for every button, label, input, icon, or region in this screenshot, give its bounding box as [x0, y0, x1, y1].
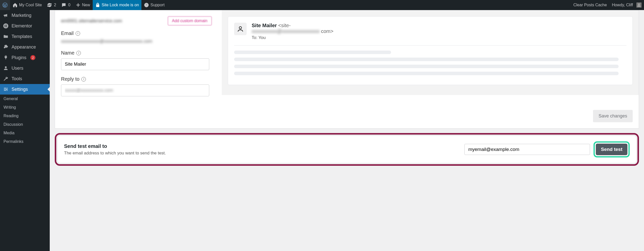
sidebar-sub-discussion[interactable]: Discussion	[0, 120, 50, 129]
sidebar-item-label: Marketing	[12, 13, 31, 18]
sending-domain: em0001.sitemailerservice.com	[61, 18, 122, 24]
megaphone-icon	[3, 13, 9, 18]
updates-link[interactable]: 2	[44, 0, 59, 10]
admin-sidebar: Marketing Elementor Templates Appearance…	[0, 10, 50, 251]
brush-icon	[3, 44, 9, 50]
sidebar-sub-permalinks[interactable]: Permalinks	[0, 137, 50, 146]
sliders-icon	[3, 87, 9, 92]
info-icon[interactable]: i	[81, 77, 86, 81]
user-icon	[3, 65, 9, 71]
account-menu[interactable]: Howdy, Cliff	[609, 0, 644, 10]
svg-rect-6	[6, 26, 7, 26]
skeleton-line	[234, 58, 619, 61]
skeleton-line	[234, 51, 391, 54]
svg-rect-4	[5, 25, 5, 27]
add-custom-domain-button[interactable]: Add custom domain	[168, 16, 212, 25]
wordpress-icon	[3, 3, 8, 8]
site-name: My Cool Site	[19, 3, 42, 7]
new-label: New	[82, 3, 90, 7]
comment-icon	[61, 3, 66, 8]
email-field-label: Email i	[61, 30, 212, 36]
support-link[interactable]: ? Support	[141, 0, 167, 10]
send-test-panel: Send test email to The email address to …	[57, 136, 636, 163]
preview-sender-avatar-icon	[234, 23, 247, 35]
lock-label: Site Lock mode is on	[102, 3, 139, 7]
info-icon[interactable]: i	[76, 31, 80, 36]
email-field-value: xxxxxxxxxxxxxxxxx@xxxxxxxxxxxxxxxxx.com	[61, 39, 212, 44]
comments-link[interactable]: 0	[59, 0, 73, 10]
reply-to-input[interactable]	[61, 85, 209, 96]
sidebar-item-label: Tools	[12, 76, 22, 81]
support-label: Support	[150, 3, 165, 7]
svg-text:?: ?	[146, 3, 147, 7]
lock-icon	[95, 3, 100, 8]
send-test-button[interactable]: Send test	[596, 144, 627, 155]
sidebar-item-users[interactable]: Users	[0, 63, 50, 73]
divider	[234, 45, 626, 46]
refresh-icon	[47, 3, 52, 8]
elementor-icon	[3, 23, 9, 29]
svg-point-0	[3, 3, 7, 7]
folder-icon	[3, 34, 9, 39]
skeleton-line	[234, 72, 619, 75]
wp-logo[interactable]	[0, 0, 10, 10]
new-content-link[interactable]: New	[73, 0, 93, 10]
sidebar-item-label: Elementor	[12, 23, 32, 29]
reply-to-field-label: Reply to i	[61, 76, 212, 82]
comments-count: 0	[68, 3, 71, 7]
sidebar-item-label: Settings	[12, 87, 28, 92]
sidebar-item-appearance[interactable]: Appearance	[0, 42, 50, 52]
save-changes-button[interactable]: Save changes	[593, 110, 633, 122]
sidebar-item-marketing[interactable]: Marketing	[0, 10, 50, 21]
sidebar-sub-general[interactable]: General	[0, 95, 50, 103]
updates-count: 2	[54, 3, 56, 7]
sidebar-sub-writing[interactable]: Writing	[0, 103, 50, 112]
svg-rect-5	[6, 25, 7, 25]
svg-rect-7	[6, 27, 7, 27]
name-field-label: Name i	[61, 50, 212, 56]
sidebar-item-settings[interactable]: Settings	[0, 84, 50, 95]
howdy-text: Howdy, Cliff	[612, 3, 633, 7]
wrench-icon	[3, 76, 9, 81]
info-icon[interactable]: i	[76, 51, 81, 55]
sidebar-sub-reading[interactable]: Reading	[0, 112, 50, 120]
sidebar-sub-media[interactable]: Media	[0, 129, 50, 137]
sidebar-item-elementor[interactable]: Elementor	[0, 21, 50, 31]
plugins-update-badge: 2	[30, 55, 35, 60]
sidebar-item-label: Users	[12, 66, 23, 71]
settings-submenu: General Writing Reading Discussion Media…	[0, 95, 50, 146]
sidebar-item-templates[interactable]: Templates	[0, 31, 50, 42]
skeleton-line	[234, 65, 619, 68]
test-email-input[interactable]	[464, 144, 590, 155]
send-test-description: The email address to which you want to s…	[64, 151, 166, 156]
user-avatar-icon	[636, 3, 641, 8]
annotation-highlight: Send test	[594, 141, 630, 157]
plug-icon	[3, 55, 9, 60]
send-test-title: Send test email to	[64, 143, 166, 149]
admin-toolbar: My Cool Site 2 0 New Site Lock mode is o…	[0, 0, 644, 10]
preview-to-line: To: You	[252, 35, 333, 40]
email-preview: Site Mailer <site- xxxxxxxxxx@xxxxxxxxxx…	[222, 10, 639, 95]
svg-point-8	[239, 27, 241, 29]
sender-settings-panel: em0001.sitemailerservice.com Add custom …	[55, 10, 639, 129]
preview-from-line: Site Mailer <site- xxxxxxxxxx@xxxxxxxxxx…	[252, 23, 333, 34]
site-name-link[interactable]: My Cool Site	[10, 0, 44, 10]
sender-form: em0001.sitemailerservice.com Add custom …	[61, 16, 212, 102]
clear-cache-link[interactable]: Clear Posts Cache	[571, 0, 609, 10]
main-content: em0001.sitemailerservice.com Add custom …	[50, 10, 644, 251]
from-name-input[interactable]	[61, 58, 209, 70]
sidebar-item-plugins[interactable]: Plugins 2	[0, 52, 50, 63]
annotation-highlight: Send test email to The email address to …	[55, 133, 639, 166]
plus-icon	[76, 3, 81, 8]
site-lock-indicator[interactable]: Site Lock mode is on	[93, 0, 142, 10]
sidebar-item-label: Templates	[12, 34, 32, 39]
sidebar-item-label: Plugins	[12, 55, 26, 60]
sidebar-item-label: Appearance	[12, 45, 36, 50]
home-icon	[13, 3, 18, 8]
sidebar-item-tools[interactable]: Tools	[0, 73, 50, 84]
preview-card: Site Mailer <site- xxxxxxxxxx@xxxxxxxxxx…	[228, 16, 633, 85]
clear-cache-label: Clear Posts Cache	[573, 3, 607, 7]
help-icon: ?	[144, 3, 149, 8]
